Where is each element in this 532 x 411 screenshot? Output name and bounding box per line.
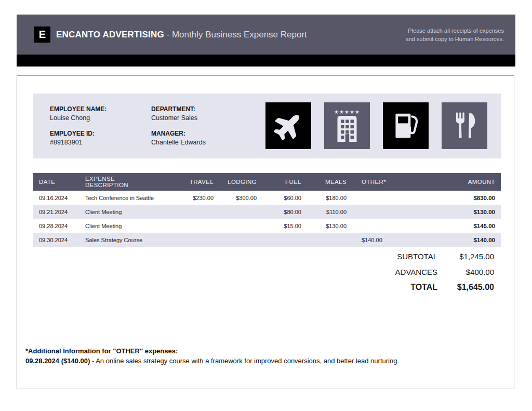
other-expenses-footnote: *Additional Information for "OTHER" expe…	[25, 346, 399, 366]
col-header-date: DATE	[33, 179, 85, 185]
header-note-line2: and submit copy to Human Resources.	[405, 35, 504, 43]
col-header-meals: MEALS	[301, 179, 347, 185]
footnote-entry-date: 09.28.2024 ($140.00)	[25, 357, 90, 365]
expense-category-icons: ★★★★★	[265, 102, 487, 149]
cell-meals: $180.00	[301, 195, 347, 201]
employee-id-label: EMPLOYEE ID:	[50, 129, 151, 138]
cell-lodging: $300.00	[214, 195, 257, 201]
cell-description: Tech Conference in Seattle	[85, 195, 153, 201]
fuel-pump-icon	[383, 102, 429, 149]
col-header-travel: TRAVEL	[153, 179, 214, 185]
department-label: DEPARTMENT:	[151, 105, 206, 114]
hotel-stars: ★★★★★	[334, 110, 360, 115]
cell-other: $140.00	[347, 237, 423, 243]
footnote-heading: *Additional Information for "OTHER" expe…	[25, 346, 399, 356]
cell-travel: $230.00	[153, 195, 214, 201]
total-value: $1,645.00	[437, 283, 501, 292]
company-logo: E	[34, 26, 50, 43]
col-header-lodging: LODGING	[214, 179, 257, 185]
totals-summary: SUBTOTAL $1,245.00 ADVANCES $400.00 TOTA…	[33, 248, 501, 295]
total-row: TOTAL $1,645.00	[33, 280, 501, 295]
hotel-icon: ★★★★★	[324, 102, 370, 149]
department-value: Customer Sales	[151, 114, 206, 123]
employee-panel: EMPLOYEE NAME: Louise Chong DEPARTMENT: …	[33, 94, 501, 158]
total-label: TOTAL	[410, 283, 437, 292]
manager-field: MANAGER: Chantelle Edwards	[151, 129, 206, 147]
cell-amount: $145.00	[423, 223, 501, 229]
expense-table: DATE EXPENSE DESCRIPTION TRAVEL LODGING …	[33, 173, 501, 247]
report-card: EMPLOYEE NAME: Louise Chong DEPARTMENT: …	[17, 75, 514, 389]
utensils-icon	[442, 102, 487, 149]
employee-name-field: EMPLOYEE NAME: Louise Chong	[50, 105, 151, 123]
cell-fuel: $15.00	[257, 223, 301, 229]
cell-date: 09.21.2024	[33, 209, 85, 215]
table-header-row: DATE EXPENSE DESCRIPTION TRAVEL LODGING …	[33, 173, 501, 191]
employee-id-field: EMPLOYEE ID: #89183901	[50, 129, 151, 147]
advances-row: ADVANCES $400.00	[33, 264, 501, 280]
fuel-pump-icon-glyph	[391, 111, 420, 141]
subtotal-row: SUBTOTAL $1,245.00	[33, 248, 501, 264]
table-row: 09.30.2024 Sales Strategy Course $140.00…	[33, 233, 501, 247]
header-note-line1: Please attach all receipts of expenses	[405, 26, 504, 35]
col-header-other: OTHER*	[347, 179, 423, 185]
cell-amount: $130.00	[423, 209, 501, 215]
subtotal-value: $1,245.00	[437, 252, 501, 261]
cell-date: 09.30.2024	[33, 237, 85, 243]
col-header-fuel: FUEL	[257, 179, 301, 185]
manager-label: MANAGER:	[151, 129, 206, 138]
table-row: 09.21.2024 Client Meeting $80.00 $110.00…	[33, 205, 501, 219]
cell-description: Client Meeting	[85, 209, 153, 215]
col-header-description: EXPENSE DESCRIPTION	[85, 176, 153, 188]
cell-meals: $110.00	[301, 209, 347, 215]
table-row: 09.28.2024 Client Meeting $15.00 $130.00…	[33, 219, 501, 233]
advances-value: $400.00	[437, 268, 501, 276]
hotel-icon-glyph	[334, 116, 361, 142]
cell-fuel: $60.00	[257, 195, 301, 201]
cell-amount: $830.00	[423, 195, 501, 201]
employee-id-value: #89183901	[50, 138, 151, 147]
col-header-amount: AMOUNT	[423, 179, 501, 185]
cell-description: Client Meeting	[85, 223, 153, 229]
plane-icon-glyph	[268, 105, 309, 146]
cell-meals: $130.00	[301, 223, 347, 229]
table-row: 09.16.2024 Tech Conference in Seattle $2…	[33, 191, 501, 205]
report-subtitle: - Monthly Business Expense Report	[167, 30, 307, 39]
utensils-icon-glyph	[453, 111, 476, 141]
company-name: ENCANTO ADVERTISING	[56, 30, 164, 39]
page-title: ENCANTO ADVERTISING - Monthly Business E…	[56, 30, 307, 40]
cell-date: 09.28.2024	[33, 223, 85, 229]
header-note: Please attach all receipts of expenses a…	[405, 26, 504, 43]
employee-info: EMPLOYEE NAME: Louise Chong DEPARTMENT: …	[50, 105, 206, 154]
employee-name-value: Louise Chong	[50, 114, 151, 123]
footnote-entry: 09.28.2024 ($140.00) - An online sales s…	[25, 356, 399, 366]
divider-bar	[17, 55, 515, 67]
cell-date: 09.16.2024	[33, 195, 85, 201]
manager-value: Chantelle Edwards	[151, 138, 206, 147]
cell-description: Sales Strategy Course	[85, 237, 153, 243]
header-banner: E ENCANTO ADVERTISING - Monthly Business…	[17, 15, 515, 55]
employee-name-label: EMPLOYEE NAME:	[50, 105, 151, 114]
plane-icon	[265, 102, 311, 149]
subtotal-label: SUBTOTAL	[397, 252, 437, 261]
department-field: DEPARTMENT: Customer Sales	[151, 105, 206, 123]
advances-label: ADVANCES	[395, 268, 437, 276]
footnote-entry-text: - An online sales strategy course with a…	[90, 357, 399, 365]
cell-amount: $140.00	[423, 237, 501, 243]
cell-fuel: $80.00	[257, 209, 301, 215]
